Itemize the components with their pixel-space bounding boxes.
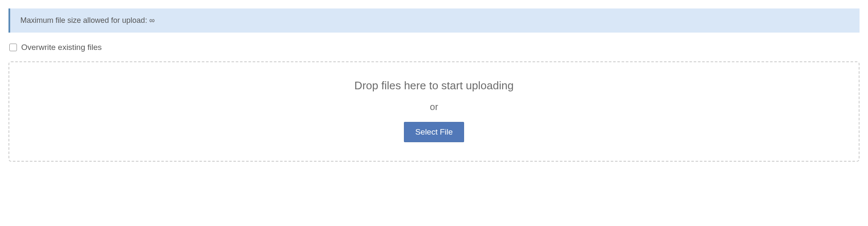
max-file-size-banner: Maximum file size allowed for upload: ∞ [8,8,860,33]
max-file-size-text: Maximum file size allowed for upload: ∞ [20,16,155,25]
file-dropzone[interactable]: Drop files here to start uploading or Se… [8,61,860,162]
select-file-button[interactable]: Select File [404,122,465,142]
overwrite-row: Overwrite existing files [8,43,860,52]
overwrite-checkbox[interactable] [9,44,17,51]
overwrite-label[interactable]: Overwrite existing files [21,43,102,52]
dropzone-or-text: or [430,102,438,113]
dropzone-title: Drop files here to start uploading [354,79,514,92]
